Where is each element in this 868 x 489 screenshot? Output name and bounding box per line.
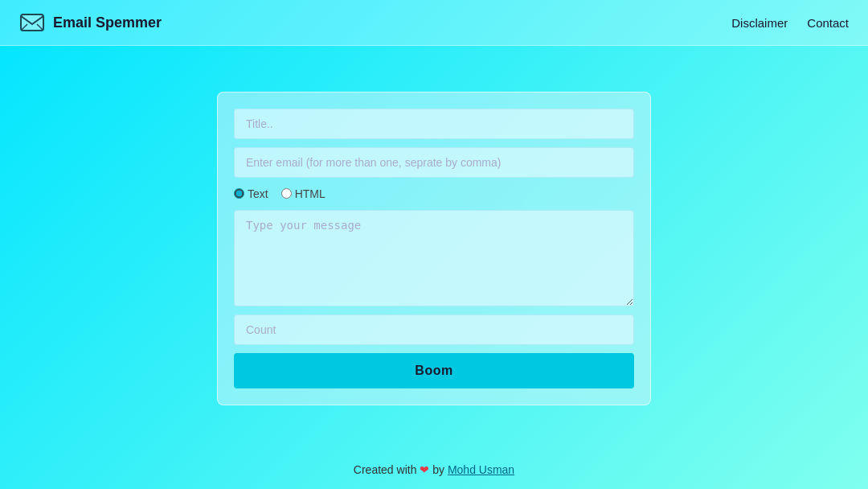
main-content: Text HTML Boom (0, 46, 868, 450)
format-radio-group: Text HTML (234, 186, 634, 202)
svg-rect-0 (21, 14, 43, 31)
title-input[interactable] (234, 109, 634, 139)
heart-icon: ❤ (420, 463, 429, 476)
author-link[interactable]: Mohd Usman (448, 463, 514, 476)
header-nav: Disclaimer Contact (731, 16, 849, 30)
footer-suffix: by (432, 463, 448, 476)
brand-icon (19, 10, 45, 35)
contact-link[interactable]: Contact (807, 16, 849, 30)
app-header: Email Spemmer Disclaimer Contact (0, 0, 868, 46)
radio-html-label-text: HTML (295, 187, 326, 200)
brand-label: Email Spemmer (53, 14, 162, 31)
email-input[interactable] (234, 147, 634, 178)
count-input[interactable] (234, 314, 634, 345)
brand: Email Spemmer (19, 10, 162, 35)
disclaimer-link[interactable]: Disclaimer (731, 16, 788, 30)
app-footer: Created with ❤ by Mohd Usman (0, 450, 868, 489)
footer-prefix: Created with (354, 463, 417, 476)
radio-text[interactable] (234, 188, 244, 199)
radio-html-label[interactable]: HTML (281, 187, 326, 200)
radio-html[interactable] (281, 188, 292, 199)
radio-text-label[interactable]: Text (234, 187, 268, 200)
submit-button[interactable]: Boom (234, 353, 634, 388)
email-form-card: Text HTML Boom (217, 92, 651, 405)
radio-text-label-text: Text (248, 187, 268, 200)
message-textarea[interactable] (234, 210, 634, 306)
